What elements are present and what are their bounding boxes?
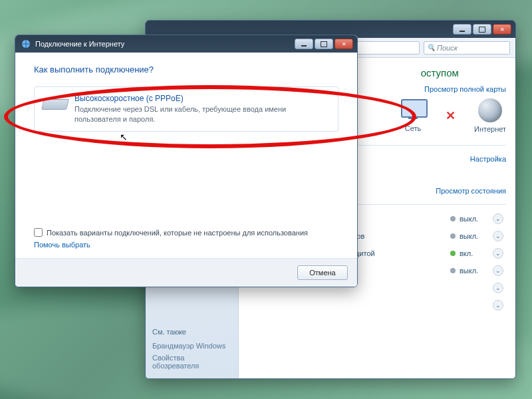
search-input[interactable]: 🔍 Поиск bbox=[424, 41, 510, 55]
cancel-button[interactable]: Отмена bbox=[297, 265, 348, 280]
network-disconnected-icon: ✕ bbox=[446, 108, 456, 123]
expand-chevron-icon[interactable]: ⌄ bbox=[493, 300, 503, 311]
expand-chevron-icon[interactable]: ⌄ bbox=[493, 283, 503, 293]
sidebar-item-browser-properties[interactable]: Свойства обозревателя bbox=[152, 352, 231, 372]
globe-icon bbox=[478, 98, 502, 122]
broadband-pppoe-option[interactable]: Высокоскоростное (с PPPoE) Подключение ч… bbox=[34, 86, 338, 132]
fg-titlebar: Подключение к Интернету bbox=[15, 35, 357, 53]
fg-window-controls bbox=[295, 39, 353, 49]
show-unconfigured-input[interactable] bbox=[34, 228, 43, 237]
help-choose-link[interactable]: Помочь выбрать bbox=[34, 241, 338, 249]
status-dot-icon bbox=[450, 216, 456, 221]
bg-minimize-button[interactable] bbox=[453, 24, 471, 35]
view-status-link[interactable]: Просмотр состояния bbox=[436, 187, 506, 195]
sidebar-section-title: См. также bbox=[152, 328, 231, 336]
expand-chevron-icon[interactable]: ⌄ bbox=[493, 248, 503, 259]
modem-icon bbox=[43, 95, 66, 111]
status-dot-icon bbox=[450, 268, 456, 273]
bg-close-button[interactable] bbox=[493, 24, 511, 35]
expand-chevron-icon[interactable]: ⌄ bbox=[493, 231, 503, 241]
wizard-icon bbox=[21, 39, 31, 49]
option-title: Высокоскоростное (с PPPoE) bbox=[74, 94, 330, 103]
search-placeholder: Поиск bbox=[437, 44, 458, 52]
sharing-row: ⌄ bbox=[248, 297, 506, 314]
fg-maximize-button[interactable] bbox=[315, 39, 333, 49]
expand-chevron-icon[interactable]: ⌄ bbox=[493, 213, 503, 224]
show-unconfigured-checkbox[interactable]: Показать варианты подключений, которые н… bbox=[34, 228, 338, 237]
option-description: Подключение через DSL или кабель, требую… bbox=[74, 104, 330, 124]
fg-title: Подключение к Интернету bbox=[35, 40, 295, 48]
show-unconfigured-label: Показать варианты подключений, которые н… bbox=[47, 229, 308, 237]
network-label-internet: Интернет bbox=[474, 125, 506, 133]
wizard-question: Как выполнить подключение? bbox=[34, 65, 338, 74]
fg-minimize-button[interactable] bbox=[295, 39, 313, 49]
network-icon-pc bbox=[399, 99, 427, 122]
bg-maximize-button[interactable] bbox=[473, 24, 491, 35]
fg-close-button[interactable] bbox=[334, 39, 353, 49]
connect-to-internet-wizard: Подключение к Интернету Как выполнить по… bbox=[15, 35, 358, 287]
settings-link[interactable]: Настройка bbox=[470, 155, 506, 163]
sidebar-item-firewall[interactable]: Брандмауэр Windows bbox=[152, 340, 231, 352]
status-dot-icon bbox=[450, 233, 456, 239]
wizard-footer: Отмена bbox=[15, 258, 357, 287]
bg-window-controls bbox=[453, 24, 511, 35]
expand-chevron-icon[interactable]: ⌄ bbox=[493, 265, 503, 276]
network-label-network: Сеть bbox=[405, 124, 421, 132]
search-icon: 🔍 bbox=[427, 44, 435, 51]
status-dot-icon bbox=[450, 251, 456, 256]
view-full-map-link[interactable]: Просмотр полной карты bbox=[424, 85, 506, 93]
